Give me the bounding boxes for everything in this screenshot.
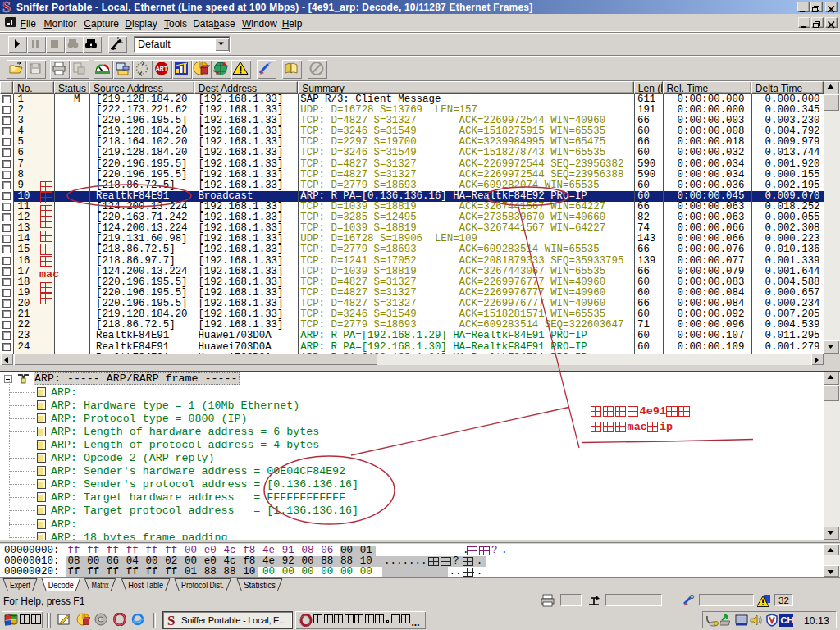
svg-text:S: S <box>2 1 11 14</box>
svg-text:Protocol Dist.: Protocol Dist. <box>181 580 224 590</box>
svg-text:Statistics: Statistics <box>244 580 276 590</box>
svg-text:Matrix: Matrix <box>92 580 109 590</box>
svg-text:Expert: Expert <box>10 580 31 590</box>
svg-text:Decode: Decode <box>48 580 74 590</box>
svg-text:Host Table: Host Table <box>128 580 163 590</box>
svg-text:S: S <box>167 614 175 627</box>
svg-text:ART: ART <box>156 66 168 71</box>
